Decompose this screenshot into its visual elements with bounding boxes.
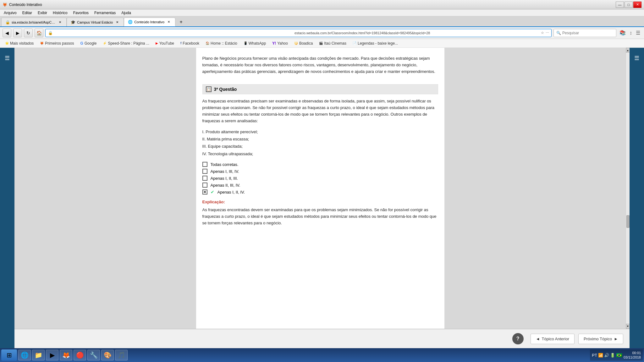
bookmark-speedshare[interactable]: ⚡ Speed-Share : Página ... <box>100 41 151 46</box>
taskbar-music-icon[interactable]: 🎵 <box>115 350 128 360</box>
checkbox-d[interactable] <box>202 183 207 188</box>
tab-label-sianet: sia.estacio.br/sianet/AspClassi... <box>12 20 56 24</box>
option-row-d[interactable]: Apenas II, III, IV. <box>202 183 438 188</box>
home-button[interactable]: 🏠 <box>35 29 43 37</box>
bookmark-facebook[interactable]: f Facebook <box>178 41 202 46</box>
reload-button[interactable]: ↻ <box>24 29 33 37</box>
list-item-2: II. Matéria prima escassa; <box>202 135 438 143</box>
scroll-thumb[interactable] <box>626 215 630 228</box>
checkbox-b[interactable] <box>202 169 207 174</box>
intro-paragraph: Plano de Negócios procura fornecer uma v… <box>202 55 438 75</box>
menu-arquivo[interactable]: Arquivo <box>1 10 19 16</box>
option-text-a: Todas corretas. <box>211 162 239 167</box>
menu-favoritos[interactable]: Favoritos <box>71 10 91 16</box>
bookmark-youtube[interactable]: ▶ YouTube <box>153 41 177 46</box>
option-row-c[interactable]: Apenas I, II, III. <box>202 176 438 181</box>
left-menu-button[interactable]: ☰ <box>0 51 14 65</box>
tray-date-text: 03/11/2018 <box>624 355 641 359</box>
option-row-e[interactable]: ✔ Apenas I, II, IV. <box>202 189 438 195</box>
title-bar: 🦊 Conteúdo Interativo — □ ✕ <box>0 0 644 9</box>
option-row-b[interactable]: Apenas I, III, IV. <box>202 169 438 174</box>
tab-campus[interactable]: 🎓 Campus Virtual Estácio ✕ <box>67 18 124 26</box>
scroll-down-button[interactable]: ▼ <box>626 324 630 329</box>
search-input[interactable] <box>562 31 614 35</box>
prev-topic-button[interactable]: ◄ Tópico Anterior <box>531 334 575 344</box>
tab-sianet[interactable]: 🔒 sia.estacio.br/sianet/AspClassi... ✕ <box>1 18 67 26</box>
question-list: I. Produto altamente perecível; II. Maté… <box>202 128 438 158</box>
address-bar: ◀ ▶ ↻ 🏠 🔒 estacio.webaula.com.br/Classro… <box>0 27 644 39</box>
help-button[interactable]: ? <box>512 333 524 344</box>
bookmark-label-legendas: Legendas - baixe lege... <box>358 41 398 46</box>
tray-lang: PT <box>592 353 597 358</box>
scroll-track[interactable] <box>626 53 630 323</box>
address-lock-icon: 🔒 <box>48 31 293 35</box>
tab-close-sianet[interactable]: ✕ <box>58 20 63 25</box>
scroll-up-button[interactable]: ▲ <box>626 48 630 53</box>
back-button[interactable]: ◀ <box>3 29 11 37</box>
new-tab-button[interactable]: + <box>177 18 185 26</box>
help-icon: ? <box>516 336 520 342</box>
bookmark-legendas[interactable]: 📄 Legendas - baixe lege... <box>350 41 400 46</box>
taskbar-tool-icon[interactable]: 🔧 <box>87 350 100 360</box>
right-scrollbar[interactable]: ▲ ▼ <box>626 48 630 329</box>
bookmark-yahoo[interactable]: Y! Yahoo <box>270 41 290 46</box>
address-icons: ☆ ⋯ <box>541 31 549 35</box>
menu-ferramentas[interactable]: Ferramentas <box>92 10 118 16</box>
checkbox-a[interactable] <box>202 162 207 167</box>
bookmark-label-mais-visitados: Mais visitados <box>10 41 34 46</box>
taskbar-firefox-icon[interactable]: 🦊 <box>60 350 72 360</box>
bookmark-itau-cinemas[interactable]: 🎬 Itaú Cinemas <box>316 41 349 46</box>
bookmark-whatsapp[interactable]: 📱 WhatsApp <box>241 41 268 46</box>
next-topic-button[interactable]: Próximo Tópico ► <box>578 334 623 344</box>
bookmark-icon-youtube: ▶ <box>156 41 158 45</box>
address-menu-icon[interactable]: ⋯ <box>546 31 549 35</box>
maximize-button[interactable]: □ <box>625 2 633 8</box>
menu-historico[interactable]: Histórico <box>50 10 70 16</box>
bookmark-label-yahoo: Yahoo <box>277 41 288 46</box>
address-input-wrap[interactable]: 🔒 estacio.webaula.com.br/Classroom/index… <box>45 29 552 37</box>
content-area: Plano de Negócios procura fornecer uma v… <box>196 48 444 329</box>
tab-close-campus[interactable]: ✕ <box>115 20 120 25</box>
tab-close-conteudo[interactable]: ✕ <box>166 19 171 25</box>
option-row-a[interactable]: Todas corretas. <box>202 162 438 167</box>
bookmark-label-youtube: YouTube <box>159 41 174 46</box>
start-button[interactable]: ⊞ <box>1 349 17 361</box>
right-sidebar: ☰ <box>630 48 644 348</box>
tab-conteudo[interactable]: 🌐 Conteúdo Interativo ✕ <box>124 18 175 26</box>
system-clock: 00:01 03/11/2018 <box>624 351 641 360</box>
tray-time-text: 00:01 <box>624 351 641 355</box>
bookmark-icon-home-estacio: 🏠 <box>206 41 209 45</box>
bookmark-google[interactable]: G Google <box>78 41 99 46</box>
tab-label-conteudo: Conteúdo Interativo <box>134 20 164 24</box>
bookmark-star-icon[interactable]: ☆ <box>541 31 544 35</box>
bookmark-label-home-estacio: Home :: Estácio <box>211 41 237 46</box>
bookmarks-icon[interactable]: 📚 <box>618 29 627 36</box>
taskbar-ie-icon[interactable]: 🌐 <box>18 350 31 360</box>
system-tray: PT 📶 🔊 🔋 🇧🇷 00:01 03/11/2018 <box>590 349 643 361</box>
checkbox-e[interactable] <box>202 189 207 195</box>
bookmark-home-estacio[interactable]: 🏠 Home :: Estácio <box>203 41 240 46</box>
checkbox-c[interactable] <box>202 176 207 181</box>
bookmark-icon-legendas: 📄 <box>353 41 356 45</box>
title-bar-controls: — □ ✕ <box>616 2 641 8</box>
sync-icon[interactable]: ↕ <box>628 30 633 36</box>
minimize-button[interactable]: — <box>616 2 624 8</box>
taskbar-media-icon[interactable]: ▶ <box>46 350 58 360</box>
menu-exibir[interactable]: Exibir <box>35 10 50 16</box>
close-button[interactable]: ✕ <box>633 2 641 8</box>
taskbar-opera-icon[interactable]: 🔴 <box>74 350 86 360</box>
bookmark-mais-visitados[interactable]: ⭐ Mais visitados <box>3 41 36 46</box>
menu-hamburger-icon[interactable]: ☰ <box>635 29 641 36</box>
forward-button[interactable]: ▶ <box>13 29 22 37</box>
tray-volume-icon[interactable]: 🔊 <box>604 353 609 358</box>
menu-editar[interactable]: Editar <box>20 10 35 16</box>
menu-ajuda[interactable]: Ajuda <box>119 10 134 16</box>
taskbar-paint-icon[interactable]: 🎨 <box>101 350 114 360</box>
bookmark-primeiros-passos[interactable]: 🦊 Primeiros passos <box>37 41 76 46</box>
right-menu-button[interactable]: ☰ <box>630 51 644 65</box>
tray-network-icon[interactable]: 📶 <box>598 353 603 358</box>
bookmarks-bar: ⭐ Mais visitados 🦊 Primeiros passos G Go… <box>0 39 644 48</box>
search-wrap[interactable]: 🔍 <box>553 29 616 37</box>
bookmark-boadica[interactable]: 🔱 Boadica <box>292 41 315 46</box>
taskbar-explorer-icon[interactable]: 📁 <box>32 350 45 360</box>
